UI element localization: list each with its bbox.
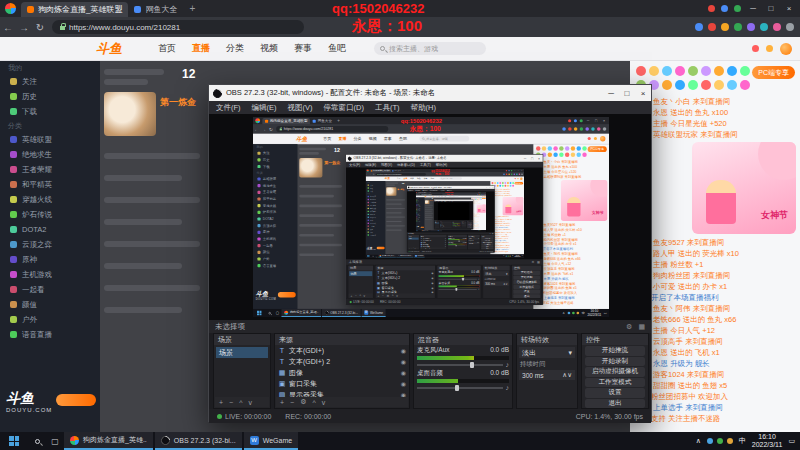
visibility-eye-icon[interactable]: ◉ [431, 281, 433, 284]
extension-icon[interactable] [591, 127, 595, 131]
emote-icon[interactable] [688, 80, 698, 90]
douyu-logo[interactable]: 斗鱼 [96, 40, 122, 58]
ime-indicator[interactable]: 中 [512, 255, 513, 257]
emote-icon[interactable] [512, 185, 514, 187]
nav-item[interactable]: 鱼吧 [445, 196, 447, 197]
visibility-eye-icon[interactable]: ◉ [431, 276, 433, 279]
minimize-button[interactable]: ─ [585, 119, 590, 123]
sidebar-item[interactable]: DOTA2 [0, 222, 100, 237]
taskbar-app-wegame[interactable]: WWeGame [361, 309, 385, 317]
obs-close-button[interactable]: × [536, 156, 543, 160]
task-view-icon[interactable]: ▢ [46, 437, 64, 446]
emote-icon[interactable] [582, 153, 586, 157]
dock-tool-icon[interactable]: v [429, 248, 430, 249]
sidebar-item[interactable]: DOTA2 [253, 216, 298, 223]
emote-icon[interactable] [727, 80, 737, 90]
close-button[interactable]: × [601, 119, 606, 123]
douyu-logo[interactable]: 斗鱼 [296, 135, 308, 143]
sidebar-item[interactable]: 下载 [253, 163, 298, 170]
back-button[interactable]: ← [0, 22, 16, 33]
dock-tool-icon[interactable]: ^ [427, 248, 428, 249]
extension-icon[interactable] [516, 174, 518, 176]
dock-tool-icon[interactable]: ^ [413, 248, 414, 249]
minimize-button[interactable]: ─ [514, 170, 516, 172]
emote-icon[interactable] [548, 146, 552, 150]
emote-icon[interactable] [577, 153, 581, 157]
tray-app-icon[interactable] [707, 438, 713, 444]
obs-maximize-button[interactable]: □ [619, 89, 635, 98]
pc-exclusive-button[interactable]: PC端专享 [482, 198, 486, 199]
obs-maximize-button[interactable]: □ [528, 156, 535, 160]
obs-menu-item[interactable]: 帮助(H) [411, 103, 436, 113]
address-bar[interactable]: https://www.douyu.com/210281 [420, 194, 442, 195]
extension-icon[interactable] [574, 127, 578, 131]
nav-item[interactable]: 分类 [410, 177, 414, 180]
go-live-button[interactable] [56, 394, 96, 406]
extension-icon[interactable] [760, 23, 768, 31]
extension-icon[interactable] [597, 127, 601, 131]
close-button[interactable]: × [521, 170, 523, 172]
extension-icon[interactable] [514, 174, 516, 176]
sidebar-item[interactable]: 关注 [0, 74, 100, 89]
duration-spinner[interactable]: 300 ms ∧∨ [461, 225, 466, 226]
stream-thumbnail[interactable] [386, 187, 396, 196]
new-tab-button[interactable]: + [189, 3, 195, 14]
nav-item[interactable]: 视频 [369, 136, 377, 142]
taskbar-app-wegame[interactable]: WWeGame [414, 254, 425, 258]
slider-knob[interactable] [456, 245, 457, 246]
stream-title[interactable]: 第一炼金 [160, 96, 196, 109]
slider-knob[interactable] [470, 362, 474, 368]
nav-item[interactable]: 鱼吧 [431, 177, 435, 180]
sidebar-item[interactable]: 关注 [253, 150, 298, 157]
tabstrip-tool-icon[interactable] [734, 5, 741, 12]
stream-thumbnail[interactable] [104, 92, 156, 136]
go-live-button[interactable] [278, 292, 296, 297]
speaker-icon[interactable]: ♪ [506, 384, 510, 391]
visibility-eye-icon[interactable]: ◉ [445, 238, 446, 239]
gift-icon[interactable] [766, 45, 773, 52]
dock-tool-icon[interactable]: ^ [359, 294, 360, 297]
promo-banner[interactable]: 女神节 [503, 197, 524, 215]
emote-icon[interactable] [553, 153, 557, 157]
taskbar-app-sogou[interactable]: 狗肉炼金直播_英雄.. [378, 254, 396, 258]
taskbar-app-wegame[interactable]: WWeGame [244, 432, 298, 450]
gear-icon[interactable]: ⚙ [626, 323, 632, 331]
obs-preview-area[interactable]: 狗肉炼金直播_英雄联盟网鱼大全 + ─□× ← → ↻ https://www.… [346, 168, 543, 260]
sidebar-item[interactable]: 一起看 [253, 242, 298, 249]
extension-icon[interactable] [708, 23, 716, 31]
volume-slider[interactable]: ♪ [448, 245, 467, 246]
ime-indicator[interactable]: 中 [739, 436, 746, 446]
extension-icon[interactable] [721, 23, 729, 31]
avatar[interactable] [600, 136, 605, 141]
sidebar-item[interactable]: 英雄联盟 [0, 132, 100, 147]
promo-banner[interactable]: 女神节 [477, 205, 486, 213]
sidebar-item[interactable]: 户外 [0, 312, 100, 327]
exit-button[interactable]: 退出 [513, 294, 540, 298]
settings-button[interactable]: 设置 [585, 388, 645, 398]
emote-icon[interactable] [636, 66, 646, 76]
taskbar-clock[interactable]: 16:10 2022/3/11 [588, 309, 602, 316]
nav-item[interactable]: 视频 [260, 42, 278, 55]
start-streaming-button[interactable]: 开始推流 [513, 271, 540, 275]
dock-tool-icon[interactable]: − [229, 399, 233, 406]
obs-menu-item[interactable]: 视图(V) [381, 163, 392, 167]
obs-preview-area[interactable] [434, 202, 473, 220]
nav-item[interactable]: 鱼吧 [328, 42, 346, 55]
stream-thumbnail[interactable] [299, 158, 322, 178]
sidebar-item[interactable]: 颜值 [253, 249, 298, 256]
browser-logo-icon[interactable] [255, 118, 260, 123]
extension-icon[interactable] [521, 174, 523, 176]
sidebar-item[interactable]: 和平精英 [253, 196, 298, 203]
dock-tool-icon[interactable]: ⚙ [300, 398, 306, 406]
speaker-icon[interactable]: ♪ [478, 288, 480, 291]
maximize-button[interactable]: □ [593, 119, 598, 123]
slider-knob[interactable] [462, 278, 464, 281]
slider-knob[interactable] [455, 385, 459, 391]
dock-tool-icon[interactable]: + [280, 399, 284, 406]
emote-icon[interactable] [714, 80, 724, 90]
obs-close-button[interactable]: × [472, 200, 473, 201]
tray-app-icon[interactable] [572, 312, 575, 315]
avatar[interactable] [520, 177, 522, 179]
nav-item[interactable]: 赛事 [294, 42, 312, 55]
sidebar-item[interactable]: 云顶之弈 [253, 222, 298, 229]
